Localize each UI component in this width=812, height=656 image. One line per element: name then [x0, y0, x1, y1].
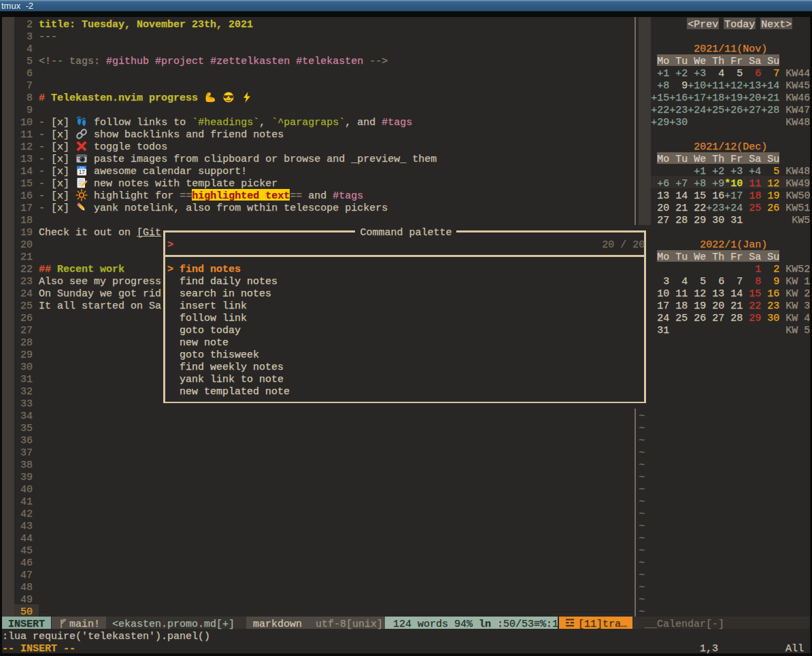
svg-text:July: July — [78, 166, 85, 169]
svg-text:17: 17 — [79, 169, 86, 175]
